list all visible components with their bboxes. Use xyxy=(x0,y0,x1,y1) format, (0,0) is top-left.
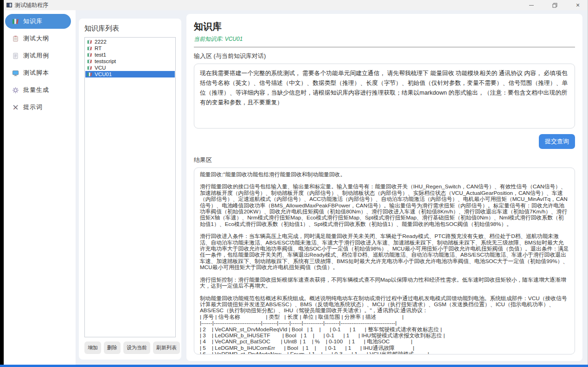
result-paragraph: 制动能量回收功能规范包括概述和系统组成。概述说明纯电动车在制动或滑行过程中通过电… xyxy=(200,296,569,314)
sidebar-item-label: 知识库 xyxy=(23,17,43,26)
window-controls: × xyxy=(526,0,583,10)
bottom-accent-bar xyxy=(0,365,588,367)
refresh-list-button[interactable]: 刷新列表 xyxy=(153,341,180,354)
table-line: | 2 | VeCANR_st_DrvModeReqVld | Bool | 1… xyxy=(200,327,569,333)
submit-query-button[interactable]: 提交查询 xyxy=(539,134,575,149)
book-icon xyxy=(87,46,92,51)
book-icon xyxy=(87,52,92,58)
sidebar: 知识库 测试大纲 测试用例 测试脚本 批量生成 xyxy=(4,10,76,365)
minimize-icon[interactable] xyxy=(526,0,537,10)
result-area[interactable]: 能量回收:"能量回收功能包括滑行能量回收和制动能量回收。 滑行能量回收的接口信号… xyxy=(194,167,575,354)
kb-list-item[interactable]: 2222 xyxy=(85,39,175,45)
submit-row: 提交查询 xyxy=(194,134,575,149)
kb-item-label: 2222 xyxy=(95,39,107,45)
sidebar-item-label: 提示词 xyxy=(23,103,43,111)
sidebar-item-label: 测试用例 xyxy=(23,52,49,60)
current-kb-label: 当前知识库: VCU01 xyxy=(194,35,575,43)
clipboard-icon xyxy=(12,35,19,42)
books-icon xyxy=(12,18,19,25)
app-window: 测试辅助程序 × 知识库 测试大纲 测试用例 xyxy=(4,0,588,365)
query-input[interactable]: 现在我需要搭建一个完整的系统测试， 需要各个功能单元间建立通信， 请先帮我梳理下… xyxy=(194,64,575,129)
kb-list-item-selected[interactable]: VCU01 xyxy=(85,71,175,77)
book-icon xyxy=(87,59,92,64)
sidebar-item-test-script[interactable]: 测试脚本 xyxy=(5,65,71,80)
app-icon xyxy=(6,2,12,8)
kb-button-row: 增加 删除 设为当前 刷新列表 xyxy=(84,341,176,354)
table-line: | 3 | LeDGMR_b_IHUSETF | Bool | 1 | | 0-… xyxy=(200,333,569,339)
page-title: 知识库 xyxy=(194,20,575,33)
sidebar-item-test-outline[interactable]: 测试大纲 xyxy=(5,31,71,46)
window-title: 测试辅助程序 xyxy=(15,1,48,9)
knowledge-base-list-panel: 知识库列表 2222 RT test1 testscript VCU xyxy=(79,19,181,360)
result-markdown-table: | 序号 | 信号名称 | 类型 | 长度 | 单位 | 取值范围 | 分辨率 … xyxy=(200,314,569,354)
sidebar-item-prompt[interactable]: 提示词 xyxy=(5,100,71,115)
sidebar-item-batch-generate[interactable]: 批量生成 xyxy=(5,83,71,97)
sidebar-item-knowledge-base[interactable]: 知识库 xyxy=(5,14,71,29)
table-line: | 5 | LeDGMR_b_IHUComErr | Bool | 1 | | … xyxy=(200,345,569,351)
table-line: | 4 | VeCANR_pct_BatSOC | UInt8 | 1 | % … xyxy=(200,339,569,345)
titlebar: 测试辅助程序 × xyxy=(4,0,588,10)
tools-icon xyxy=(12,104,19,111)
table-line: |------|--------------------------|-----… xyxy=(200,320,569,326)
table-line: | 6 | VeDRMR_st_DrvModeNow | Enum | 1 | … xyxy=(200,351,569,354)
delete-button[interactable]: 删除 xyxy=(104,341,121,354)
sidebar-item-label: 批量生成 xyxy=(23,86,49,94)
book-icon xyxy=(87,65,92,71)
add-button[interactable]: 增加 xyxy=(84,341,101,354)
kb-listbox[interactable]: 2222 RT test1 testscript VCU VCU01 xyxy=(84,37,176,337)
table-line: | 序号 | 信号名称 | 类型 | 长度 | 单位 | 取值范围 | 分辨率 … xyxy=(200,314,569,320)
kb-list-title: 知识库列表 xyxy=(84,24,176,33)
result-section-label: 结果区 xyxy=(194,156,575,164)
kb-item-label: VCU xyxy=(95,65,106,71)
kb-list-item[interactable]: testscript xyxy=(85,58,175,64)
kb-list-item[interactable]: test1 xyxy=(85,52,175,58)
set-current-button[interactable]: 设为当前 xyxy=(123,341,150,354)
kb-item-label: RT xyxy=(95,45,102,51)
result-paragraph: 滑行扭矩控制：滑行能量回收扭矩根据车速查表获得，不同车辆模式查不同Map以保障动… xyxy=(200,277,569,290)
divider xyxy=(194,47,575,47)
restore-icon[interactable] xyxy=(550,0,560,10)
kb-list-item[interactable]: RT xyxy=(85,45,175,52)
sidebar-item-label: 测试大纲 xyxy=(23,34,49,43)
kb-item-label: testscript xyxy=(95,58,116,64)
kb-item-label: VCU01 xyxy=(95,71,112,77)
sidebar-item-test-case[interactable]: 测试用例 xyxy=(5,48,71,63)
knowledge-base-main-panel: 知识库 当前知识库: VCU01 输入区 (与当前知识库对话) 现在我需要搭建一… xyxy=(186,14,582,361)
close-icon[interactable]: × xyxy=(573,0,583,10)
result-paragraph: 能量回收:"能量回收功能包括滑行能量回收和制动能量回收。 xyxy=(200,172,569,178)
monitor-icon xyxy=(12,70,19,77)
kb-item-label: test1 xyxy=(95,52,106,58)
input-section-label: 输入区 (与当前知识库对话) xyxy=(194,52,575,60)
sidebar-item-label: 测试脚本 xyxy=(23,69,49,77)
result-paragraph: 滑行能量回收的接口信号包括输入量、输出量和标定量。输入量信号有：能量回收开关（I… xyxy=(200,184,569,227)
book-icon xyxy=(87,39,92,45)
gear-icon xyxy=(12,87,19,94)
result-paragraph: 滑行回收进入条件：当车辆高压上电完成，同时满足能量回收开关未关闭、车辆处于Rea… xyxy=(200,233,569,270)
document-icon xyxy=(12,52,19,59)
kb-list-item[interactable]: VCU xyxy=(85,64,175,71)
book-icon xyxy=(87,72,92,77)
